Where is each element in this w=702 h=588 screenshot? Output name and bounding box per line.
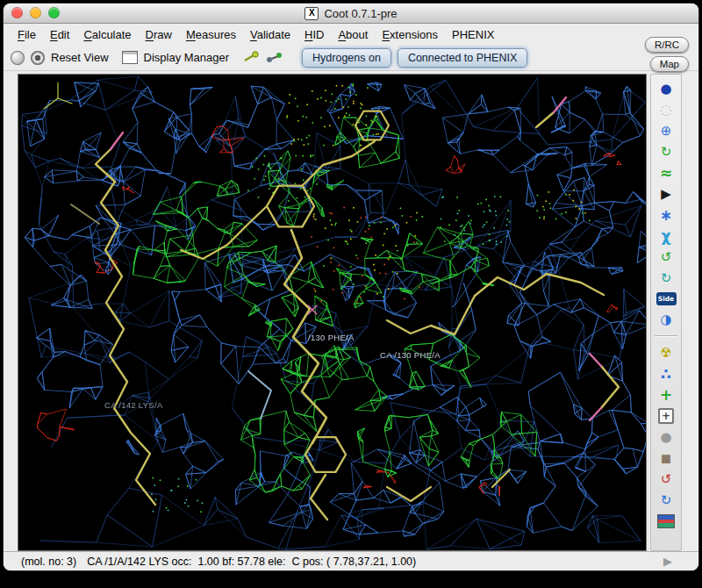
- backrub-rotamer-icon[interactable]: ◑: [655, 310, 677, 329]
- regularize-zone-icon[interactable]: ∗: [655, 205, 677, 225]
- title-bar[interactable]: X Coot 0.7.1-pre: [4, 4, 698, 24]
- menu-validate[interactable]: Validate: [243, 25, 297, 44]
- redo-icon[interactable]: ↻: [655, 491, 677, 510]
- menu-edit[interactable]: Edit: [43, 25, 76, 44]
- gl-viewport: /130 PHE/ACA /130 PHE/ACA /142 LYS/A: [18, 74, 647, 551]
- menubar: FileEditCalculateDrawMeasuresValidateHID…: [4, 24, 698, 45]
- reset-view-icon[interactable]: [11, 51, 25, 65]
- content-area: /130 PHE/ACA /130 PHE/ACA /142 LYS/A ●◌⊕…: [4, 71, 698, 551]
- close-button[interactable]: [11, 7, 23, 18]
- mutate-icon[interactable]: ☢: [655, 343, 677, 362]
- statusbar-arrow-button[interactable]: ▶: [663, 555, 672, 568]
- real-space-refine-icon[interactable]: ≈: [655, 163, 677, 183]
- menu-calculate[interactable]: Calculate: [76, 25, 138, 44]
- flag-icon[interactable]: [657, 514, 675, 528]
- rotate-translate-zone-icon[interactable]: ⊕: [655, 121, 677, 140]
- zoom-button[interactable]: [48, 7, 60, 18]
- status-bar: (mol. no: 3) CA /1/A/142 LYS occ: 1.00 b…: [4, 551, 698, 570]
- menu-file[interactable]: File: [11, 25, 43, 44]
- menu-about[interactable]: About: [331, 25, 375, 44]
- menu-measures[interactable]: Measures: [179, 25, 243, 44]
- window-title: Coot 0.7.1-pre: [324, 7, 397, 20]
- flip-peptide-icon[interactable]: ↺: [655, 247, 677, 267]
- place-atom-icon[interactable]: +: [658, 408, 674, 424]
- menu-extensions[interactable]: Extensions: [375, 25, 445, 44]
- gl-canvas[interactable]: [18, 75, 646, 550]
- delete-item-icon[interactable]: ◼: [655, 448, 677, 468]
- menu-hid[interactable]: HID: [297, 25, 331, 44]
- window-title-group: X Coot 0.7.1-pre: [304, 7, 397, 20]
- atom-info-status: CA /1/A/142 LYS occ: 1.00 bf: 57.78 ele:…: [87, 556, 416, 568]
- jed-flip-icon[interactable]: ↻: [655, 269, 677, 288]
- map-sphere-icon[interactable]: ●: [655, 79, 677, 98]
- display-manager-icon[interactable]: [122, 51, 138, 64]
- edit-chi-angles-icon[interactable]: χ: [655, 226, 677, 246]
- mol-number-status: (mol. no: 3): [21, 556, 76, 568]
- go-to-residue-icon[interactable]: [266, 51, 283, 64]
- display-manager-button[interactable]: Display Manager: [144, 51, 230, 64]
- side-chain-flip-icon[interactable]: Side: [656, 292, 677, 305]
- recentre-icon[interactable]: [31, 51, 45, 65]
- sphere-refine-icon[interactable]: ◌: [655, 100, 677, 119]
- menu-phenix[interactable]: PHENIX: [445, 25, 501, 44]
- side-toolbar: ●◌⊕↻≈▶∗χ↺↻Side◑☢∴++●◼↺↻: [650, 74, 682, 551]
- coot-window: X Coot 0.7.1-pre FileEditCalculateDrawMe…: [4, 4, 698, 570]
- reset-view-button[interactable]: Reset View: [51, 51, 109, 64]
- side-toolbar-separator: [655, 335, 677, 337]
- atom-label: /130 PHE/A: [308, 333, 355, 342]
- go-to-atom-icon[interactable]: [242, 51, 260, 64]
- main-toolbar: Reset View Display Manager Hydrogens on …: [4, 45, 698, 71]
- add-terminal-residue-icon[interactable]: +: [655, 385, 677, 405]
- atom-label: CA /142 LYS/A: [104, 400, 163, 410]
- rrc-button[interactable]: R/RC: [645, 37, 689, 53]
- grey-atom-icon[interactable]: ●: [655, 427, 677, 447]
- map-button[interactable]: Map: [650, 56, 689, 72]
- x11-app-icon: X: [304, 7, 319, 20]
- hydrogens-toggle-button[interactable]: Hydrogens on: [302, 48, 391, 68]
- menu-draw[interactable]: Draw: [139, 25, 179, 44]
- minimize-button[interactable]: [30, 7, 41, 18]
- phenix-connection-button[interactable]: Connected to PHENIX: [398, 48, 527, 68]
- atom-label: CA /130 PHE/A: [380, 350, 441, 360]
- undo-icon[interactable]: ↺: [655, 470, 677, 489]
- add-alt-conf-icon[interactable]: ∴: [655, 364, 677, 384]
- auto-fit-rotamer-icon[interactable]: ↻: [655, 142, 677, 161]
- pointer-icon[interactable]: ▶: [655, 184, 677, 204]
